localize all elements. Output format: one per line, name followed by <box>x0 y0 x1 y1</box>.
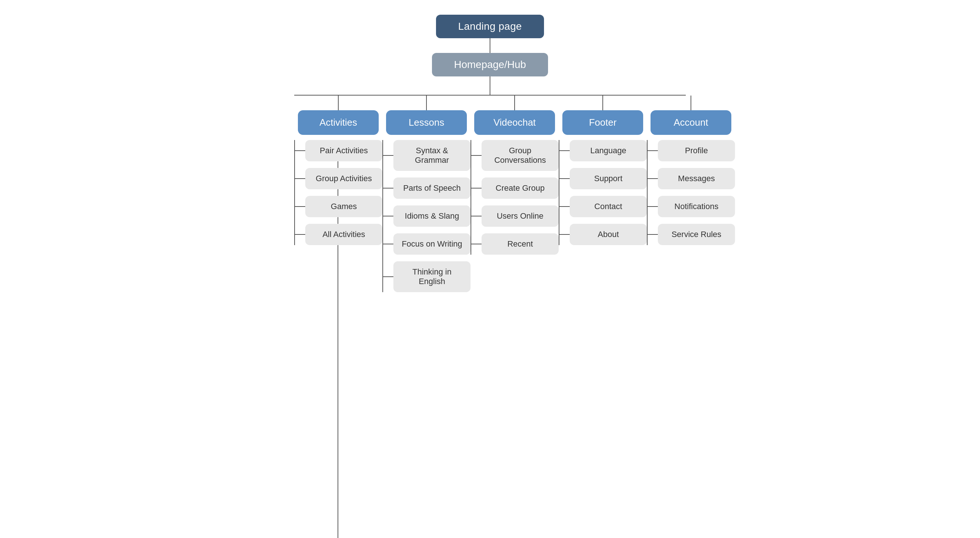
activities-label: Activities <box>320 117 357 128</box>
idioms-label: Idioms & Slang <box>405 211 459 221</box>
leaf-profile: Profile <box>647 140 735 161</box>
videochat-label: Videochat <box>493 117 536 128</box>
h-tick <box>382 276 393 277</box>
hub-label: Homepage/Hub <box>454 59 526 70</box>
leaf-pair-activities: Pair Activities <box>294 140 382 161</box>
lessons-category: Lessons <box>386 110 467 135</box>
leaf-notifications: Notifications <box>647 196 735 217</box>
column-lessons: Lessons Syntax &Grammar Parts of S <box>382 96 471 292</box>
thinking-label: Thinking inEnglish <box>412 267 452 286</box>
hub-node: Homepage/Hub <box>432 53 548 76</box>
parts-node: Parts of Speech <box>393 178 471 199</box>
users-online-label: Users Online <box>496 211 543 221</box>
account-leaves: Profile Messages Notifications <box>647 140 735 245</box>
about-node: About <box>570 224 647 245</box>
profile-label: Profile <box>685 146 708 155</box>
games-label: Games <box>331 202 357 211</box>
notifications-node: Notifications <box>658 196 735 217</box>
syntax-node: Syntax &Grammar <box>393 140 471 171</box>
leaf-syntax: Syntax &Grammar <box>382 140 471 171</box>
group-conv-label: GroupConversations <box>495 146 546 165</box>
h-tick <box>294 234 305 235</box>
leaf-messages: Messages <box>647 168 735 189</box>
leaf-idioms: Idioms & Slang <box>382 205 471 227</box>
all-activities-label: All Activities <box>323 230 365 239</box>
leaf-support: Support <box>559 168 647 189</box>
create-group-label: Create Group <box>495 183 544 193</box>
create-group-node: Create Group <box>482 178 559 199</box>
h-tick <box>382 216 393 216</box>
group-activities-label: Group Activities <box>316 174 372 183</box>
footer-v-connector <box>602 96 603 110</box>
support-node: Support <box>570 168 647 189</box>
games-node: Games <box>305 196 382 217</box>
bracket-v-line <box>559 140 559 245</box>
h-tick <box>559 178 570 179</box>
bracket-v-line <box>294 140 295 245</box>
bracket-v-line <box>382 140 383 292</box>
h-tick <box>471 155 482 156</box>
support-label: Support <box>594 174 622 183</box>
h-tick <box>647 150 658 151</box>
account-label: Account <box>674 117 708 128</box>
footer-category: Footer <box>562 110 643 135</box>
thinking-node: Thinking inEnglish <box>393 261 471 292</box>
column-videochat: Videochat GroupConversations Creat <box>471 96 559 255</box>
leaf-create-group: Create Group <box>471 178 559 199</box>
messages-node: Messages <box>658 168 735 189</box>
profile-node: Profile <box>658 140 735 161</box>
users-online-node: Users Online <box>482 205 559 227</box>
videochat-leaves: GroupConversations Create Group Users On… <box>471 140 559 255</box>
leaf-all-activities: All Activities <box>294 224 382 245</box>
parts-label: Parts of Speech <box>403 183 461 193</box>
writing-label: Focus on Writing <box>402 239 463 248</box>
bracket-v-line <box>647 140 648 245</box>
idioms-node: Idioms & Slang <box>393 205 471 227</box>
column-footer: Footer Language Support <box>559 96 647 245</box>
h-tick <box>471 188 482 188</box>
h-bar <box>294 95 686 96</box>
h-tick <box>647 206 658 207</box>
h-tick <box>471 244 482 244</box>
account-category: Account <box>651 110 731 135</box>
language-label: Language <box>590 146 626 155</box>
h-tick <box>294 178 305 179</box>
videochat-category: Videochat <box>474 110 555 135</box>
leaf-parts: Parts of Speech <box>382 178 471 199</box>
recent-label: Recent <box>507 239 533 248</box>
leaf-contact: Contact <box>559 196 647 217</box>
writing-node: Focus on Writing <box>393 233 471 255</box>
h-tick <box>559 150 570 151</box>
service-rules-node: Service Rules <box>658 224 735 245</box>
hub-down-connector <box>490 76 490 95</box>
h-tick <box>382 188 393 188</box>
top-section: Landing page Homepage/Hub <box>432 15 548 76</box>
leaf-writing: Focus on Writing <box>382 233 471 255</box>
leaf-recent: Recent <box>471 233 559 255</box>
h-tick <box>294 206 305 207</box>
leaf-service-rules: Service Rules <box>647 224 735 245</box>
leaf-group-conv: GroupConversations <box>471 140 559 171</box>
lessons-leaves: Syntax &Grammar Parts of Speech Idioms &… <box>382 140 471 292</box>
videochat-v-connector <box>514 96 515 110</box>
notifications-label: Notifications <box>675 202 719 211</box>
messages-label: Messages <box>678 174 715 183</box>
landing-to-hub-connector <box>490 38 490 53</box>
account-v-connector <box>690 96 691 110</box>
recent-node: Recent <box>482 233 559 255</box>
bracket-v-line <box>471 140 471 255</box>
leaf-language: Language <box>559 140 647 161</box>
all-activities-node: All Activities <box>305 224 382 245</box>
group-activities-node: Group Activities <box>305 168 382 189</box>
leaf-thinking: Thinking inEnglish <box>382 261 471 292</box>
activities-v-connector <box>338 96 339 110</box>
footer-leaves: Language Support Contact <box>559 140 647 245</box>
contact-label: Contact <box>594 202 622 211</box>
lessons-v-connector <box>426 96 427 110</box>
h-tick <box>471 216 482 216</box>
h-tick <box>559 234 570 235</box>
leaf-users-online: Users Online <box>471 205 559 227</box>
diagram: Landing page Homepage/Hub Activities <box>251 15 729 292</box>
landing-page-node: Landing page <box>436 15 544 38</box>
column-account: Account Profile Messages <box>647 96 735 245</box>
